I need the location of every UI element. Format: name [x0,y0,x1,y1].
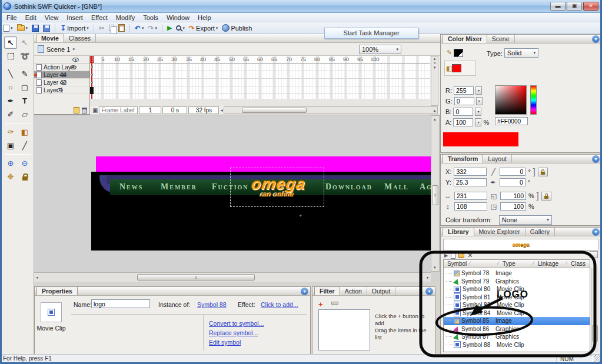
stage-horizontal-scrollbar[interactable]: ◂ ≡ ▸ [34,272,431,282]
import-dropdown-icon[interactable]: ▾ [87,26,89,31]
library-row-symbol-85-selected[interactable]: Symbol 85Image [444,317,590,325]
stroke-color-swatch[interactable] [454,49,463,57]
tab-library[interactable]: Library [443,227,474,236]
publish-button[interactable]: Publish [221,24,253,32]
scroll-up-icon[interactable]: ▴ [594,268,596,272]
library-row-symbol-86[interactable]: Symbol 86Graphics [444,325,590,333]
stroke-color-control[interactable]: ✎ [447,49,463,57]
scrollbar-thumb[interactable]: ≡ [432,185,438,205]
new-button[interactable]: ▾ [2,24,14,32]
library-row-symbol-84[interactable]: Symbol 84Movie Clip [444,309,590,318]
ellipse-tool[interactable]: ○ [4,81,17,93]
width-input[interactable] [454,192,487,200]
y-input[interactable] [454,178,487,186]
frames-area[interactable]: 5 10 15 20 25 30 35 40 45 50 55 60 65 70… [90,56,430,106]
scroll-down-icon[interactable]: ▾ [434,65,436,69]
center-frame-icon[interactable]: ▣ [92,107,98,113]
transform-fill-tool[interactable]: ▣ [4,139,17,152]
tab-movie-explorer[interactable]: Movie Explorer [474,228,525,236]
save-all-button[interactable] [42,24,51,32]
resize-grip[interactable] [594,355,601,362]
collapse-button[interactable]: ▼ [301,288,308,295]
menu-edit[interactable]: Edit [21,13,41,22]
tab-output[interactable]: Output [367,287,396,295]
menu-tools[interactable]: Tools [139,13,162,22]
pen-tool[interactable]: ✒ [4,95,17,107]
layer-visibility-toggle[interactable] [60,73,66,77]
red-spinner[interactable]: ▾ [475,86,482,95]
tab-gallery[interactable]: Gallery [525,228,555,236]
import-button[interactable]: ↧Import▾ [59,24,90,32]
zoom-out-tool[interactable]: ⊖ [18,157,31,169]
collapse-button[interactable]: ▼ [592,35,600,43]
subselect-tool[interactable]: ↖ [18,36,31,49]
hand-tool[interactable]: ✥ [4,171,17,183]
menu-file[interactable]: File [2,13,21,22]
scale-y-input[interactable] [500,202,526,211]
brush-tool[interactable]: ✐ [4,108,17,121]
eraser-tool[interactable]: ▱ [18,108,31,121]
copy-button[interactable] [108,24,115,32]
layer-visibility-toggle[interactable] [70,65,77,69]
text-tool[interactable]: T [18,95,31,107]
line-tool[interactable]: ╲ [4,68,17,80]
menu-help[interactable]: Help [194,13,215,22]
zoom-in-tool[interactable]: ⊕ [4,157,17,169]
library-vertical-scrollbar[interactable]: ▴ ▾ [591,268,598,352]
alpha-spinner[interactable]: ▾ [475,118,481,126]
column-type[interactable]: Type [503,261,515,267]
scene-label[interactable]: Scene 1 [46,46,70,53]
preview-button[interactable]: ▾ [175,25,186,31]
layer-row-layer-42[interactable]: Layer 42 [34,79,89,86]
scrollbar-thumb[interactable]: ≡ [137,274,255,280]
tab-movie[interactable]: Movie [36,34,64,42]
blue-input[interactable] [453,108,473,116]
collapse-button[interactable]: ▼ [592,228,600,236]
delete-layer-icon[interactable] [82,108,87,113]
eyedropper-tool[interactable]: ╱ [18,139,31,152]
frame-ruler[interactable]: 5 10 15 20 25 30 35 40 45 50 55 60 65 70… [90,56,430,64]
fill-color-swatch[interactable] [452,64,461,72]
scale-lock-button[interactable] [541,192,551,201]
menu-modify[interactable]: Modify [112,13,139,22]
play-button[interactable]: ▶ [166,24,173,32]
saturation-brightness-picker[interactable] [495,85,527,115]
collapse-button[interactable]: ▼ [592,155,600,163]
timeline-horizontal-scrollbar[interactable]: ▸ [224,106,438,114]
skew-y-input[interactable] [500,178,525,186]
save-button[interactable] [31,24,40,32]
close-button[interactable]: ✕ [583,2,598,11]
menu-insert[interactable]: Insert [62,13,87,22]
menu-view[interactable]: View [41,13,63,22]
tab-scene[interactable]: Scene [487,35,515,43]
cut-button[interactable]: ✂ [98,24,106,32]
blue-spinner[interactable]: ▾ [475,108,481,116]
tab-filter[interactable]: Filter [314,286,340,295]
lasso-tool[interactable]: ➰ [18,50,31,62]
frame-label-input[interactable] [99,106,138,114]
paint-bucket-tool[interactable]: ◧ [18,126,31,138]
stage-zoom-select[interactable]: 100% ▾ [359,45,401,54]
layer-row-layer-1[interactable]: Layer 1 [34,86,89,94]
ink-bottle-tool[interactable]: ✑ [4,126,17,138]
add-layer-icon[interactable] [74,107,79,113]
undo-button[interactable]: ↶▾ [134,24,145,32]
new-item-icon[interactable] [451,253,455,259]
scroll-down-icon[interactable]: ▾ [593,347,596,352]
delete-item-icon[interactable]: ✕ [467,252,473,259]
convert-to-symbol-link[interactable]: Convert to symbol... [209,320,264,327]
undo-dropdown-icon[interactable]: ▾ [142,26,144,31]
scroll-up-icon[interactable]: ▴ [434,56,436,61]
scrollbar-thumb[interactable] [592,325,598,342]
stage-area[interactable]: News Member Fuction Download Mall Agen o… [34,115,440,282]
column-symbol[interactable]: Symbol [447,261,467,267]
new-folder-icon[interactable] [458,253,464,258]
library-properties-button[interactable] [590,251,598,258]
rectangle-tool[interactable]: ▢ [18,81,31,93]
filter-list-box[interactable] [318,309,370,350]
green-input[interactable] [454,97,474,105]
replace-symbol-link[interactable]: Replace symbol... [209,329,258,336]
column-linkage[interactable]: Linkage [538,261,558,267]
select-tool[interactable]: ↖ [4,36,17,49]
tab-action[interactable]: Action [340,287,367,295]
